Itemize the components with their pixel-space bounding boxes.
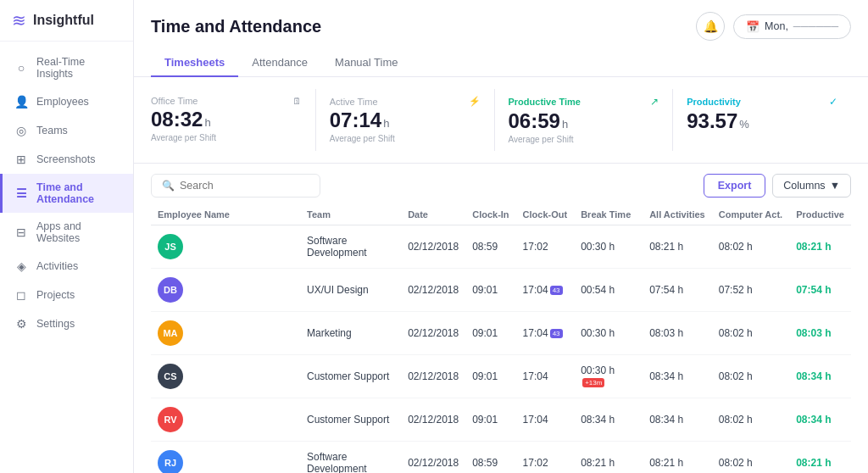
sidebar: ≋ Insightful ○Real-Time Insights👤Employe… [0, 0, 134, 473]
timesheets-table: Employee NameTeamDateClock-InClock-OutBr… [151, 204, 851, 473]
stat-unit: h [562, 118, 568, 131]
nav-icon: ☰ [14, 186, 28, 200]
computer-act-cell: 08:02 h [712, 442, 789, 474]
productive-cell: 08:34 h [789, 355, 851, 398]
stat-sub: Average per Shift [330, 134, 481, 143]
col-header-all-activities: All Activities [643, 204, 712, 225]
productive-cell: 08:34 h [789, 398, 851, 442]
computer-act-cell: 08:02 h [712, 398, 789, 442]
team-cell: Software Development [300, 442, 401, 474]
date-cell: 02/12/2018 [401, 442, 465, 474]
clock-in-cell: 08:59 [465, 442, 515, 474]
all-activities-cell: 07:54 h [643, 269, 712, 312]
calendar-icon: 📅 [746, 20, 760, 33]
break-time-cell: 00:30 h+13m [574, 355, 643, 398]
employee-cell: RV [151, 398, 300, 442]
avatar: JS [158, 234, 183, 259]
team-cell: Software Development [300, 225, 401, 269]
avatar: DB [158, 277, 183, 303]
logo-icon: ≋ [12, 10, 26, 31]
clock-out-cell: 17:04 [516, 355, 575, 398]
nav-icon: ⊞ [14, 153, 28, 166]
break-time-cell: 00:54 h [574, 269, 643, 312]
sidebar-item-projects[interactable]: ◻Projects [0, 281, 133, 309]
clock-in-cell: 09:01 [465, 398, 515, 442]
avatar: RV [158, 407, 183, 432]
col-header-productive: Productive [789, 204, 851, 225]
break-time-cell: 08:21 h [574, 442, 643, 474]
stats-bar: Office Time 🗓 08:32h Average per Shift A… [134, 77, 868, 164]
employee-cell: DB [151, 269, 300, 312]
nav-menu: ○Real-Time Insights👤Employees◎Teams⊞Scre… [0, 42, 133, 473]
table-row: JS Software Development 02/12/2018 08:59… [151, 225, 851, 269]
stat-label: Office Time [151, 96, 198, 106]
date-cell: 02/12/2018 [401, 312, 465, 355]
sidebar-item-real-time-insights[interactable]: ○Real-Time Insights [0, 48, 133, 87]
nav-icon: ⚙ [14, 317, 28, 331]
export-button[interactable]: Export [704, 174, 766, 198]
notification-bell[interactable]: 🔔 [696, 12, 725, 41]
table-row: DB UX/UI Design 02/12/2018 09:01 17:0443… [151, 269, 851, 312]
nav-icon: ⊟ [14, 225, 28, 239]
nav-label: Time and Attendance [36, 181, 121, 205]
header-actions: 🔔 📅 Mon, ────── [696, 12, 851, 41]
table-row: CS Customer Support 02/12/2018 09:01 17:… [151, 355, 851, 398]
sidebar-item-apps-and-websites[interactable]: ⊟Apps and Websites [0, 213, 133, 252]
tab-manual-time[interactable]: Manual Time [321, 49, 411, 77]
productive-cell: 08:21 h [789, 442, 851, 474]
clock-out-cell: 17:04 [516, 398, 575, 442]
sidebar-item-employees[interactable]: 👤Employees [0, 87, 133, 116]
tab-attendance[interactable]: Attendance [238, 49, 321, 77]
nav-icon: ◎ [14, 124, 28, 137]
employee-cell: MA [151, 312, 300, 355]
stat-icon: 🗓 [292, 96, 302, 106]
search-box: 🔍 [151, 174, 320, 198]
clock-out-badge: 43 [550, 329, 563, 338]
columns-button[interactable]: Columns ▼ [772, 174, 851, 198]
date-value: ────── [793, 20, 838, 32]
search-input[interactable] [180, 180, 309, 192]
trend-icon: ↗ [650, 96, 659, 108]
table-toolbar: 🔍 Export Columns ▼ [151, 164, 851, 204]
table-header: Employee NameTeamDateClock-InClock-OutBr… [151, 204, 851, 225]
sidebar-item-activities[interactable]: ◈Activities [0, 252, 133, 281]
all-activities-cell: 08:34 h [643, 398, 712, 442]
col-header-clock-out: Clock-Out [516, 204, 575, 225]
table-actions: Export Columns ▼ [704, 174, 851, 198]
productive-cell: 07:54 h [789, 269, 851, 312]
nav-label: Employees [36, 96, 89, 108]
col-header-date: Date [401, 204, 465, 225]
col-header-computer-act.: Computer Act. [712, 204, 789, 225]
sidebar-item-teams[interactable]: ◎Teams [0, 116, 133, 145]
nav-label: Activities [36, 260, 78, 272]
date-picker[interactable]: 📅 Mon, ────── [733, 14, 851, 39]
tab-timesheets[interactable]: Timesheets [151, 49, 238, 77]
stat-label: Productivity [687, 97, 741, 107]
col-header-clock-in: Clock-In [465, 204, 515, 225]
trend-icon: ✓ [829, 96, 837, 108]
nav-label: Real-Time Insights [36, 56, 121, 80]
computer-act-cell: 07:52 h [712, 269, 789, 312]
sidebar-item-time-and-attendance[interactable]: ☰Time and Attendance [0, 174, 133, 213]
stat-value: 06:59h [509, 109, 659, 133]
clock-in-cell: 09:01 [465, 355, 515, 398]
clock-in-cell: 09:01 [465, 312, 515, 355]
break-time-cell: 08:34 h [574, 398, 643, 442]
nav-label: Settings [36, 318, 75, 330]
table-row: MA Marketing 02/12/2018 09:01 17:0443 00… [151, 312, 851, 355]
date-label: Mon, [765, 20, 788, 32]
nav-label: Screenshots [36, 153, 95, 165]
team-cell: Customer Support [300, 398, 401, 442]
logo-text: Insightful [33, 13, 94, 28]
sidebar-item-settings[interactable]: ⚙Settings [0, 309, 133, 338]
clock-out-cell: 17:0443 [516, 269, 575, 312]
all-activities-cell: 08:34 h [643, 355, 712, 398]
table-body: JS Software Development 02/12/2018 08:59… [151, 225, 851, 474]
clock-in-cell: 08:59 [465, 225, 515, 269]
all-activities-cell: 08:03 h [643, 312, 712, 355]
nav-icon: ◻ [14, 288, 28, 302]
stat-card-productive-time: Productive Time ↗ 06:59h Average per Shi… [495, 89, 674, 151]
stat-value: 07:14h [330, 109, 481, 132]
col-header-employee-name: Employee Name [151, 204, 300, 225]
sidebar-item-screenshots[interactable]: ⊞Screenshots [0, 145, 133, 174]
